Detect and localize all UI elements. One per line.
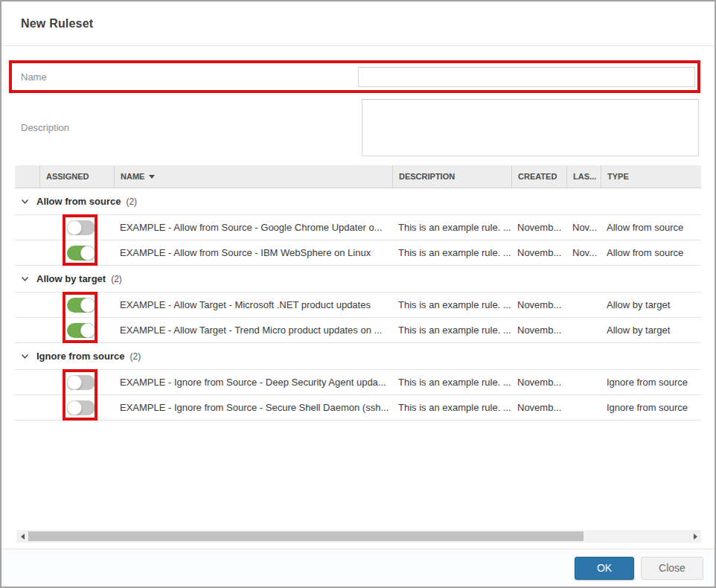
rule-last-cell: Nov... (566, 240, 601, 266)
group-label: Allow by target (36, 273, 106, 284)
rule-description-cell: This is an example rule. ... (392, 395, 511, 421)
column-header-name-label: NAME (121, 172, 144, 181)
assigned-cell (39, 400, 114, 415)
assigned-toggle-off[interactable] (67, 400, 95, 415)
assigned-cell (39, 298, 114, 313)
page-title: New Ruleset (21, 17, 93, 31)
rule-type-cell: Ignore from source (601, 370, 701, 395)
group-rows: EXAMPLE - Allow from Source - Google Chr… (15, 215, 701, 266)
table-row[interactable]: EXAMPLE - Allow from Source - IBM WebSph… (15, 240, 701, 266)
rule-name-cell: EXAMPLE - Allow Target - Microsoft .NET … (114, 293, 392, 318)
description-row: Description (1, 99, 699, 156)
toggle-knob (80, 298, 95, 313)
column-header-name[interactable]: NAME (114, 165, 392, 188)
column-header-assigned[interactable]: ASSIGNED (39, 165, 114, 188)
rule-name-cell: EXAMPLE - Ignore from Source - Deep Secu… (114, 370, 392, 395)
table-row[interactable]: EXAMPLE - Allow Target - Trend Micro pro… (15, 318, 701, 343)
rule-type-cell: Allow by target (601, 318, 701, 343)
scrollbar-thumb[interactable] (28, 531, 584, 541)
assigned-toggle-off[interactable] (67, 375, 95, 390)
group-count: (2) (111, 274, 122, 284)
rule-name-cell: EXAMPLE - Allow Target - Trend Micro pro… (114, 318, 392, 343)
column-header-type[interactable]: TYPE (601, 165, 701, 188)
rules-table: ASSIGNED NAME DESCRIPTION CREATED LAS...… (15, 165, 701, 421)
toggle-knob (67, 220, 82, 235)
rule-name-cell: EXAMPLE - Allow from Source - IBM WebSph… (114, 240, 392, 266)
table-row[interactable]: EXAMPLE - Allow Target - Microsoft .NET … (15, 293, 701, 318)
close-button[interactable]: Close (641, 557, 703, 580)
scroll-left-icon (21, 534, 25, 540)
chevron-down-icon[interactable] (21, 199, 30, 205)
dialog-footer: OK Close (1, 549, 715, 587)
column-header-description[interactable]: DESCRIPTION (392, 165, 511, 188)
rule-name-cell: EXAMPLE - Allow from Source - Google Chr… (114, 215, 392, 240)
table-group: Allow by target(2)EXAMPLE - Allow Target… (15, 266, 701, 343)
table-row[interactable]: EXAMPLE - Ignore from Source - Deep Secu… (15, 370, 701, 395)
assigned-toggle-on[interactable] (67, 298, 95, 313)
group-count: (2) (126, 196, 137, 207)
rule-type-cell: Ignore from source (601, 395, 701, 421)
assigned-cell (39, 220, 114, 235)
rule-description-cell: This is an example rule. ... (392, 215, 511, 240)
ok-button[interactable]: OK (575, 557, 634, 580)
rule-type-cell: Allow from source (601, 240, 701, 266)
rule-created-cell: Novemb... (511, 318, 566, 343)
rule-type-cell: Allow by target (601, 293, 701, 318)
toggle-knob (80, 323, 95, 338)
rule-description-cell: This is an example rule. ... (392, 318, 511, 343)
table-row[interactable]: EXAMPLE - Ignore from Source - Secure Sh… (15, 395, 701, 421)
table-group: Ignore from source(2)EXAMPLE - Ignore fr… (15, 343, 701, 421)
name-input[interactable] (358, 67, 695, 87)
description-input[interactable] (362, 99, 699, 156)
scroll-left-button[interactable] (16, 530, 28, 543)
rule-last-cell: Nov... (566, 215, 601, 240)
chevron-down-icon[interactable] (21, 354, 30, 359)
new-ruleset-dialog: New Ruleset Name Description ASSIGNED NA… (0, 0, 716, 588)
rule-created-cell: Novemb... (511, 293, 566, 318)
description-label: Description (1, 122, 69, 133)
group-header-row[interactable]: Allow from source(2) (15, 188, 701, 215)
group-label: Allow from source (36, 196, 121, 207)
rule-name-cell: EXAMPLE - Ignore from Source - Secure Sh… (114, 395, 392, 421)
scroll-right-button[interactable] (689, 530, 701, 543)
column-header-last[interactable]: LAS... (566, 165, 601, 188)
assigned-toggle-on[interactable] (67, 323, 95, 338)
group-header-row[interactable]: Ignore from source(2) (15, 343, 701, 370)
toggle-knob (67, 400, 82, 415)
horizontal-scrollbar[interactable] (16, 530, 701, 543)
assigned-toggle-off[interactable] (67, 220, 95, 235)
group-rows: EXAMPLE - Ignore from Source - Deep Secu… (15, 370, 701, 421)
column-header-spacer (15, 165, 39, 188)
rule-description-cell: This is an example rule. ... (392, 240, 511, 266)
group-header-row[interactable]: Allow by target(2) (15, 266, 701, 293)
table-header: ASSIGNED NAME DESCRIPTION CREATED LAS...… (15, 165, 701, 188)
group-rows: EXAMPLE - Allow Target - Microsoft .NET … (15, 293, 701, 343)
table-row[interactable]: EXAMPLE - Allow from Source - Google Chr… (15, 215, 701, 240)
toggle-knob (80, 246, 95, 261)
rule-created-cell: Novemb... (511, 240, 566, 266)
rule-description-cell: This is an example rule. ... (392, 370, 511, 395)
rule-description-cell: This is an example rule. ... (392, 293, 511, 318)
group-count: (2) (130, 351, 141, 362)
chevron-down-icon[interactable] (21, 276, 30, 282)
rule-created-cell: Novemb... (511, 370, 566, 395)
table-body: Allow from source(2)EXAMPLE - Allow from… (15, 188, 701, 421)
rule-created-cell: Novemb... (511, 395, 566, 421)
assigned-toggle-on[interactable] (67, 246, 95, 261)
annotation-box-name-field: Name (9, 60, 700, 93)
dialog-header: New Ruleset (1, 1, 715, 46)
toggle-knob (67, 375, 82, 390)
scroll-right-icon (694, 534, 697, 540)
assigned-cell (39, 375, 114, 390)
rule-type-cell: Allow from source (601, 215, 701, 240)
sort-descending-icon (149, 175, 155, 179)
column-header-created[interactable]: CREATED (511, 165, 566, 188)
assigned-cell (39, 323, 114, 338)
rule-created-cell: Novemb... (511, 215, 566, 240)
table-group: Allow from source(2)EXAMPLE - Allow from… (15, 188, 701, 266)
group-label: Ignore from source (36, 351, 124, 362)
name-label: Name (21, 71, 47, 83)
assigned-cell (39, 246, 114, 261)
